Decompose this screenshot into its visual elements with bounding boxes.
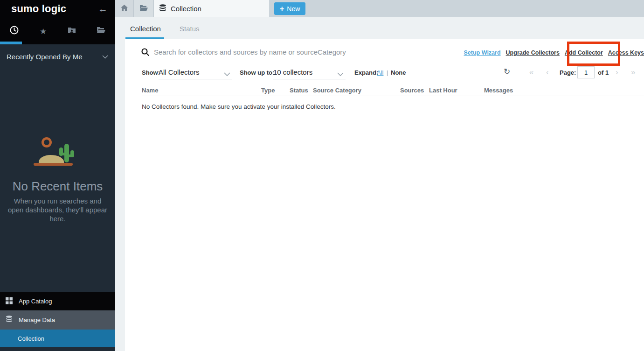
collection-content: Setup Wizard Upgrade Collectors Add Coll… — [125, 39, 644, 351]
column-header-name[interactable]: Name — [142, 87, 158, 94]
plus-icon: + — [280, 5, 284, 13]
collapse-sidebar-icon[interactable]: ← — [98, 3, 108, 14]
grid-icon — [6, 297, 13, 306]
sumo-logic-logo: sumo logic — [11, 3, 66, 15]
chevron-down-icon[interactable] — [224, 70, 230, 78]
star-icon: ★ — [40, 27, 47, 36]
sidebar-item-label: App Catalog — [19, 298, 52, 305]
chevron-down-icon — [102, 55, 108, 59]
main-area: Collection + New Collection Status Setup… — [115, 0, 644, 351]
show-up-to-label: Show up to: — [240, 69, 274, 76]
open-folder-icon — [139, 5, 148, 13]
show-up-to-dropdown[interactable]: 10 collectors — [273, 68, 312, 76]
expand-all-link[interactable]: All — [377, 69, 383, 76]
new-button[interactable]: + New — [274, 2, 305, 15]
desert-illustration — [0, 135, 115, 168]
access-keys-link[interactable]: Access Keys — [608, 49, 644, 56]
sidebar-item-app-catalog[interactable]: App Catalog — [0, 292, 115, 310]
home-icon — [121, 5, 128, 13]
subtab-status[interactable]: Status — [180, 25, 200, 33]
recent-items-dropdown-label: Recently Opened By Me — [7, 53, 83, 61]
folder-person-icon — [68, 27, 76, 36]
database-icon — [6, 316, 13, 324]
recents-tab[interactable] — [0, 22, 29, 40]
table-header-divider — [142, 96, 644, 96]
new-button-label: New — [287, 5, 300, 13]
setup-wizard-link[interactable]: Setup Wizard — [464, 49, 501, 56]
search-icon — [141, 48, 149, 58]
sidebar: sumo logic ← ★ Rece — [0, 0, 115, 351]
personal-folder-tab[interactable] — [58, 22, 87, 40]
clock-icon — [10, 26, 19, 37]
collector-action-links: Setup Wizard Upgrade Collectors Add Coll… — [464, 49, 644, 56]
column-header-type[interactable]: Type — [261, 87, 275, 94]
first-page-icon[interactable]: « — [529, 68, 533, 77]
tab-collection[interactable]: Collection — [154, 0, 269, 17]
refresh-icon[interactable]: ↻ — [504, 67, 510, 77]
chevron-down-icon[interactable] — [337, 70, 344, 78]
sidebar-item-label: Collection — [18, 335, 44, 342]
show-dropdown-underline — [159, 79, 232, 79]
sidebar-icon-tabs: ★ — [0, 22, 115, 40]
add-collector-link[interactable]: Add Collector — [565, 49, 603, 56]
shared-folder-tab[interactable] — [86, 22, 115, 40]
last-page-icon[interactable]: » — [631, 68, 635, 77]
ground-icon — [34, 163, 73, 166]
home-tab[interactable] — [115, 0, 134, 17]
top-tab-bar: Collection + New — [115, 0, 644, 17]
sidebar-header: sumo logic ← ★ — [0, 0, 115, 44]
collection-subnav: Collection Status — [115, 17, 644, 39]
page-label: Page: — [560, 69, 576, 76]
expand-label: Expand: — [354, 69, 378, 76]
page-number-input[interactable] — [577, 66, 595, 78]
page-of-label: of 1 — [598, 69, 609, 76]
sidebar-item-manage-data[interactable]: Manage Data — [0, 310, 115, 330]
show-up-to-dropdown-underline — [273, 79, 346, 79]
no-recent-items-title: No Recent Items — [0, 179, 115, 194]
active-tab-indicator — [0, 42, 22, 44]
column-header-messages[interactable]: Messages — [484, 87, 513, 94]
expand-separator: | — [387, 69, 388, 76]
library-tab[interactable] — [134, 0, 154, 17]
show-label: Show: — [142, 69, 160, 76]
no-recent-items-caption: When you run searches and open dashboard… — [0, 197, 115, 223]
sun-icon — [42, 137, 52, 147]
upgrade-collectors-link[interactable]: Upgrade Collectors — [506, 49, 560, 56]
tab-collection-label: Collection — [171, 5, 201, 13]
subtab-collection[interactable]: Collection — [130, 25, 161, 33]
show-dropdown[interactable]: All Collectors — [159, 68, 200, 76]
database-icon — [159, 4, 166, 14]
recent-items-dropdown[interactable]: Recently Opened By Me — [7, 53, 109, 67]
search-input[interactable] — [154, 45, 480, 58]
column-header-sources[interactable]: Sources — [400, 87, 424, 94]
open-folder-icon — [97, 27, 105, 36]
column-header-last-hour[interactable]: Last Hour — [429, 87, 457, 94]
favorites-tab[interactable]: ★ — [29, 22, 58, 40]
sidebar-menu-spacer — [0, 347, 115, 351]
next-page-icon[interactable]: › — [616, 68, 618, 77]
expand-none-link[interactable]: None — [391, 69, 406, 76]
sidebar-item-label: Manage Data — [19, 316, 55, 323]
empty-table-message: No Collectors found. Make sure you activ… — [142, 103, 336, 110]
column-header-source-category[interactable]: Source Category — [313, 87, 361, 94]
sidebar-item-collection[interactable]: Collection — [0, 330, 115, 347]
column-header-status[interactable]: Status — [290, 87, 308, 94]
prev-page-icon[interactable]: ‹ — [546, 68, 549, 77]
sidebar-menu: App Catalog Manage Data Collection — [0, 292, 115, 351]
